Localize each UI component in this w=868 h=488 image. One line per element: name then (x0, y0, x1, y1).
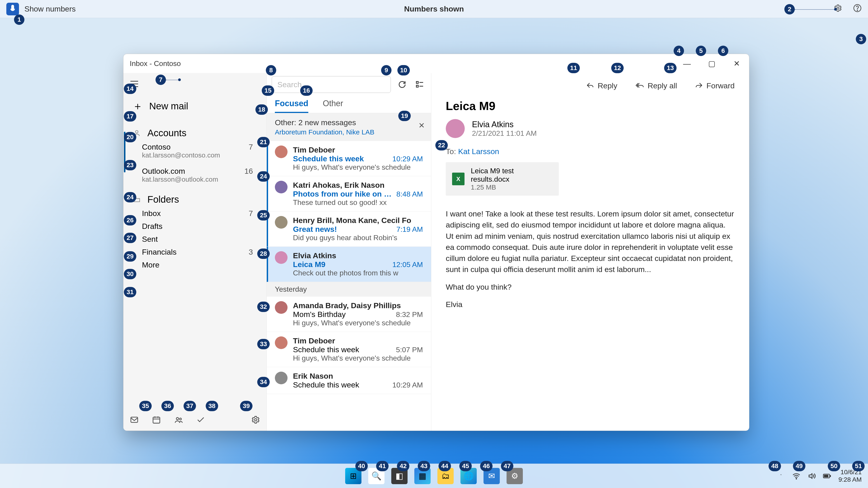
wifi-icon[interactable] (792, 472, 800, 480)
overlay-number: 35 (139, 401, 152, 411)
search-input[interactable]: Search (272, 76, 391, 93)
overlay-number: 8 (266, 65, 276, 75)
select-button[interactable] (413, 78, 426, 91)
show-numbers-label[interactable]: Show numbers (24, 4, 76, 13)
overlay-number: 20 (124, 132, 136, 142)
battery-icon[interactable] (823, 472, 831, 480)
folder-drafts[interactable]: Drafts (123, 218, 267, 231)
window-title: Inbox - Contoso (130, 59, 181, 68)
overlay-number: 5 (696, 46, 706, 56)
message-item[interactable]: Amanda Brady, Daisy Phillips Mom's Birth… (267, 297, 431, 332)
folders-header[interactable]: Folders (132, 194, 267, 205)
tray-chevron-icon[interactable]: ˄ (777, 472, 785, 480)
from-name: Elvia Atkins (472, 120, 537, 129)
attachment[interactable]: X Leica M9 test results.docx 1.25 MB (446, 162, 559, 196)
reply-button[interactable]: Reply (586, 81, 617, 90)
overlay-number: 21 (257, 137, 270, 147)
account-outlook[interactable]: Outlook.com 16 kat.larsson@outlook.com (123, 163, 267, 183)
minimize-button[interactable]: — (675, 54, 700, 73)
microphone-button[interactable] (6, 3, 19, 15)
overlay-number: 10 (397, 65, 410, 75)
plus-icon: ＋ (132, 99, 143, 113)
overlay-number: 9 (381, 65, 392, 75)
svg-rect-5 (153, 417, 160, 423)
taskbar: ⊞ 🔍 ◧ ▦ 🗂 🌐 ✉ ⚙ ˄ 10/6/21 9:28 AM (0, 464, 868, 488)
overlay-number: 44 (438, 461, 451, 471)
overlay-number: 12 (611, 63, 624, 73)
excel-icon: X (452, 173, 465, 185)
svg-point-2 (857, 10, 858, 11)
message-item[interactable]: Erik Nason Schedule this week 10:29 AM (267, 367, 431, 394)
overlay-number: 38 (206, 401, 218, 411)
avatar (275, 336, 287, 349)
avatar (275, 251, 287, 264)
close-button[interactable]: ✕ (724, 54, 749, 73)
svg-point-0 (837, 7, 839, 9)
tab-focused[interactable]: Focused (275, 99, 308, 113)
sync-button[interactable] (396, 78, 408, 91)
overlay-number: 31 (124, 287, 136, 297)
tab-other[interactable]: Other (323, 99, 343, 113)
overlay-number: 42 (397, 461, 409, 471)
overlay-number: 13 (664, 63, 677, 73)
overlay-number: 4 (674, 46, 684, 56)
overlay-number: 11 (567, 63, 580, 73)
todo-icon[interactable] (196, 415, 205, 424)
reply-all-button[interactable]: Reply all (636, 81, 677, 90)
overlay-number: 49 (793, 461, 805, 471)
mail-icon[interactable] (130, 415, 139, 424)
avatar (275, 301, 287, 314)
reading-pane: Reply Reply all Forward Leica M9 Elvia A… (431, 73, 749, 431)
overlay-number: 14 (124, 84, 136, 94)
overlay-number: 46 (480, 461, 493, 471)
maximize-button[interactable]: ▢ (700, 54, 724, 73)
folder-inbox[interactable]: Inbox 7 (123, 205, 267, 218)
overlay-number: 36 (161, 401, 174, 411)
message-item[interactable]: Katri Ahokas, Erik Nason Photos from our… (267, 176, 431, 212)
new-mail-button[interactable]: ＋ New mail (132, 99, 267, 113)
svg-point-3 (135, 131, 138, 133)
reading-subject: Leica M9 (446, 99, 735, 113)
message-item[interactable]: Tim Deboer Schedule this week 10:29 AM H… (267, 141, 431, 176)
settings-icon[interactable] (251, 415, 260, 424)
inbox-tabs: Focused Other (267, 96, 431, 113)
avatar (275, 145, 287, 158)
svg-rect-14 (830, 475, 831, 477)
message-body: I want one! Take a look at these test re… (446, 208, 735, 316)
overlay-number: 7 (156, 74, 166, 85)
message-item-selected[interactable]: Elvia Atkins Leica M9 12:05 AM Check out… (267, 247, 431, 282)
close-icon[interactable]: ✕ (418, 121, 425, 130)
forward-button[interactable]: Forward (695, 81, 735, 90)
avatar (446, 119, 465, 138)
to-line: To: Kat Larsson (446, 147, 735, 156)
avatar (275, 372, 287, 384)
overlay-number: 18 (255, 104, 268, 115)
more-folders[interactable]: More (123, 256, 267, 269)
overlay-number: 1 (14, 14, 24, 25)
volume-icon[interactable] (808, 472, 816, 480)
people-icon[interactable] (174, 415, 183, 424)
help-icon[interactable] (853, 4, 862, 14)
overlay-number: 24 (124, 192, 136, 202)
overlay-number: 23 (124, 160, 136, 170)
message-list-pane: Search Focused Other Other: 2 new messag… (267, 73, 431, 431)
overlay-number: 40 (355, 461, 368, 471)
account-contoso[interactable]: Contoso 7 kat.larsson@contoso.com (123, 138, 267, 159)
voice-access-bar: Show numbers Numbers shown (0, 0, 868, 18)
accounts-header[interactable]: Accounts (132, 128, 267, 138)
overlay-number: 45 (459, 461, 472, 471)
message-item[interactable]: Henry Brill, Mona Kane, Cecil Fo Great n… (267, 212, 431, 247)
overlay-number: 3 (856, 34, 866, 44)
overlay-number: 30 (124, 269, 136, 279)
overlay-number: 27 (124, 233, 136, 243)
folder-financials[interactable]: Financials 3 (123, 243, 267, 256)
folder-sent[interactable]: Sent (123, 231, 267, 243)
titlebar[interactable]: Inbox - Contoso — ▢ ✕ (123, 54, 749, 73)
message-item[interactable]: Tim Deboer Schedule this week 5:07 PM Hi… (267, 332, 431, 367)
overlay-number: 19 (398, 111, 411, 121)
overlay-number: 32 (257, 302, 270, 312)
overlay-number: 39 (240, 401, 252, 411)
overlay-number: 41 (376, 461, 389, 471)
overlay-number: 33 (257, 339, 270, 349)
calendar-icon[interactable] (152, 415, 161, 424)
